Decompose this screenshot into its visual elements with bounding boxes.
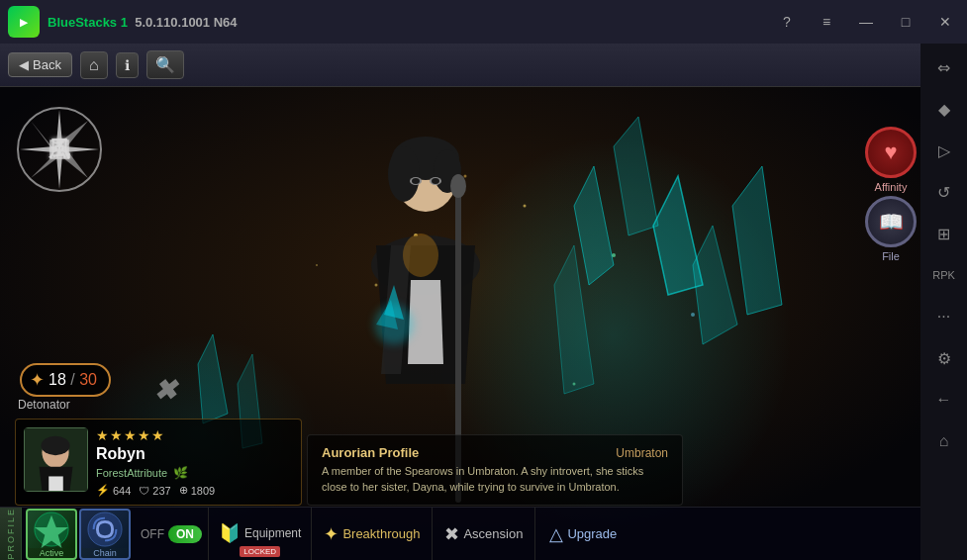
sidebar-refresh-icon[interactable]: ↺	[924, 172, 964, 212]
profile-tab[interactable]: PROFILE	[0, 508, 22, 561]
sidebar-diamond-icon[interactable]: ◆	[924, 89, 964, 129]
game-toolbar: ◀ Back ⌂ ℹ 🔍	[0, 44, 920, 87]
affinity-label: Affinity	[875, 181, 908, 193]
sidebar-rpk-icon[interactable]: RPK	[924, 255, 964, 295]
app-logo: ▶	[8, 6, 40, 38]
svg-text:風: 風	[48, 137, 70, 161]
svg-point-44	[432, 178, 439, 184]
level-x-badge: ✖	[153, 374, 176, 407]
svg-marker-4	[614, 117, 658, 235]
hp-stat: ⊕ 1809	[179, 484, 215, 497]
svg-marker-9	[198, 334, 228, 423]
skills-section: Active Chain	[22, 509, 135, 560]
level-badge: ✦ 18 / 30	[20, 363, 111, 397]
svg-marker-7	[732, 166, 782, 315]
character-avatar	[24, 427, 88, 492]
minimize-icon[interactable]: —	[848, 4, 884, 40]
atk-icon: ⚡	[96, 484, 110, 497]
upgrade-icon: △	[549, 523, 563, 545]
hp-icon: ⊕	[179, 484, 188, 497]
sidebar-more-icon[interactable]: ···	[924, 297, 964, 336]
upgrade-label: Upgrade	[567, 526, 617, 541]
chain-skill-button[interactable]: Chain	[79, 509, 131, 560]
sidebar-home-icon[interactable]: ⌂	[924, 421, 964, 461]
svg-marker-5	[653, 176, 703, 295]
titlebar: ▶ BlueStacks 1 5.0.110.1001 N64 ? ≡ — □ …	[0, 0, 967, 44]
chain-skill-label: Chain	[93, 548, 117, 558]
equipment-label: Equipment	[244, 526, 301, 540]
info-button[interactable]: ℹ	[116, 52, 139, 78]
help-icon[interactable]: ?	[769, 4, 805, 40]
character-stats-panel: ★ ★ ★ ★ ★ Robyn ForestAttribute 🌿 ⚡ 644 …	[15, 419, 302, 506]
svg-point-36	[450, 174, 466, 198]
aurorian-profile: Aurorian Profile Umbraton A member of th…	[307, 434, 683, 506]
game-area: 風	[0, 87, 920, 560]
def-stat: 🛡 237	[139, 485, 170, 497]
breakthrough-label: Breakthrough	[342, 526, 420, 541]
close-icon[interactable]: ✕	[927, 4, 963, 40]
ascension-button[interactable]: ✖ Ascension	[433, 508, 535, 561]
file-button[interactable]: 📖 File	[861, 196, 920, 262]
sidebar-settings-icon[interactable]: ⚙	[924, 338, 964, 378]
profile-location: Umbraton	[616, 446, 668, 460]
toggle-on-button[interactable]: ON	[168, 525, 202, 543]
profile-title: Aurorian Profile	[322, 445, 419, 460]
sidebar-expand-icon[interactable]: ⇔	[924, 47, 964, 87]
profile-description: A member of the Spearows in Umbraton. A …	[322, 464, 668, 495]
ascension-label: Ascension	[463, 526, 523, 541]
app-title: BlueStacks 1 5.0.110.1001 N64	[48, 15, 238, 30]
def-icon: 🛡	[139, 485, 149, 497]
svg-marker-6	[693, 226, 737, 344]
skill-toggle: OFF ON	[135, 525, 208, 543]
svg-point-14	[612, 253, 616, 257]
zoom-button[interactable]: 🔍	[146, 50, 184, 79]
action-bar: PROFILE Active	[0, 507, 920, 560]
level-display: 18 / 30	[48, 371, 97, 389]
sidebar-back-icon[interactable]: ←	[924, 380, 964, 420]
affinity-circle: ♥	[865, 127, 917, 178]
level-icon: ✦	[30, 369, 45, 391]
svg-point-16	[691, 313, 695, 317]
window-controls: ? ≡ — □ ✕	[769, 4, 963, 40]
sidebar-play-icon[interactable]: ▷	[924, 131, 964, 170]
maximize-icon[interactable]: □	[888, 4, 923, 40]
equipment-icon: 🔰	[219, 522, 241, 544]
menu-icon[interactable]: ≡	[809, 4, 844, 40]
stats-row: ⚡ 644 🛡 237 ⊕ 1809	[96, 484, 293, 497]
class-label: Detonator	[18, 398, 70, 412]
svg-point-40	[403, 233, 438, 277]
svg-point-43	[412, 178, 420, 184]
ascension-icon: ✖	[444, 523, 459, 545]
active-skill-button[interactable]: Active	[26, 509, 77, 560]
file-label: File	[882, 250, 900, 262]
file-circle: 📖	[865, 196, 917, 247]
active-skill-label: Active	[40, 548, 64, 558]
atk-stat: ⚡ 644	[96, 484, 131, 497]
back-button[interactable]: ◀ Back	[8, 52, 72, 77]
character-details: ★ ★ ★ ★ ★ Robyn ForestAttribute 🌿 ⚡ 644 …	[96, 427, 293, 497]
home-button[interactable]: ⌂	[80, 51, 108, 79]
breakthrough-icon: ✦	[324, 523, 338, 545]
right-sidebar: ⇔ ◆ ▷ ↺ ⊞ RPK ··· ⚙ ← ⌂	[920, 0, 967, 560]
stars-row: ★ ★ ★ ★ ★	[96, 427, 293, 443]
locked-badge: LOCKED	[240, 546, 280, 557]
breakthrough-button[interactable]: ✦ Breakthrough	[312, 508, 433, 561]
svg-point-33	[388, 146, 420, 202]
affinity-button[interactable]: ♥ Affinity	[861, 127, 920, 193]
svg-point-47	[41, 436, 69, 455]
attribute-row: ForestAttribute 🌿	[96, 466, 293, 480]
toggle-off-label: OFF	[141, 527, 164, 541]
equipment-button[interactable]: 🔰 Equipment LOCKED	[208, 508, 312, 561]
upgrade-button[interactable]: △ Upgrade	[535, 508, 630, 561]
character-name: Robyn	[96, 445, 293, 463]
game-logo: 風	[15, 105, 104, 194]
sidebar-grid-icon[interactable]: ⊞	[924, 214, 964, 253]
